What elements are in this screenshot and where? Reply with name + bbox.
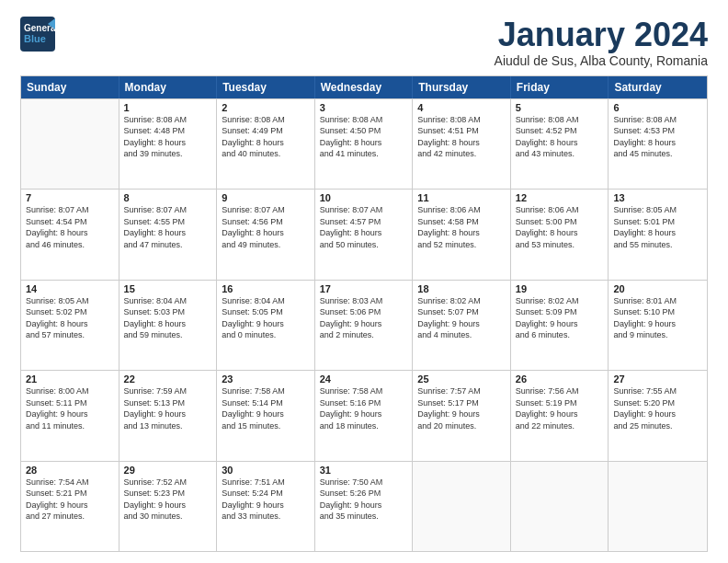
day-info: Sunrise: 7:50 AMSunset: 5:26 PMDaylight:… — [320, 477, 408, 523]
day-cell-10: 10Sunrise: 8:07 AMSunset: 4:57 PMDayligh… — [315, 190, 414, 279]
day-cell-27: 27Sunrise: 7:55 AMSunset: 5:20 PMDayligh… — [609, 371, 707, 460]
day-info: Sunrise: 8:02 AMSunset: 5:07 PMDaylight:… — [417, 295, 506, 341]
header: General Blue January 2024 Aiudul de Sus,… — [20, 17, 708, 68]
day-info: Sunrise: 7:58 AMSunset: 5:14 PMDaylight:… — [222, 385, 310, 431]
day-info: Sunrise: 8:08 AMSunset: 4:50 PMDaylight:… — [320, 114, 408, 160]
day-number: 13 — [613, 192, 702, 203]
day-number: 19 — [516, 283, 604, 294]
calendar-week-5: 28Sunrise: 7:54 AMSunset: 5:21 PMDayligh… — [21, 461, 707, 551]
day-cell-15: 15Sunrise: 8:04 AMSunset: 5:03 PMDayligh… — [119, 281, 218, 370]
day-info: Sunrise: 8:05 AMSunset: 5:01 PMDaylight:… — [613, 204, 702, 250]
day-cell-21: 21Sunrise: 8:00 AMSunset: 5:11 PMDayligh… — [21, 371, 119, 460]
calendar-week-2: 7Sunrise: 8:07 AMSunset: 4:54 PMDaylight… — [21, 189, 707, 279]
day-cell-31: 31Sunrise: 7:50 AMSunset: 5:26 PMDayligh… — [315, 462, 414, 551]
empty-cell — [511, 462, 609, 551]
day-cell-24: 24Sunrise: 7:58 AMSunset: 5:16 PMDayligh… — [315, 371, 414, 460]
day-cell-17: 17Sunrise: 8:03 AMSunset: 5:06 PMDayligh… — [315, 281, 414, 370]
day-cell-20: 20Sunrise: 8:01 AMSunset: 5:10 PMDayligh… — [609, 281, 707, 370]
month-title: January 2024 — [495, 17, 708, 53]
day-number: 30 — [222, 465, 310, 476]
day-number: 3 — [320, 102, 408, 113]
day-number: 18 — [417, 283, 506, 294]
day-info: Sunrise: 8:04 AMSunset: 5:05 PMDaylight:… — [222, 295, 310, 341]
day-info: Sunrise: 8:07 AMSunset: 4:57 PMDaylight:… — [320, 204, 408, 250]
day-cell-22: 22Sunrise: 7:59 AMSunset: 5:13 PMDayligh… — [119, 371, 218, 460]
day-number: 31 — [320, 465, 408, 476]
day-info: Sunrise: 8:03 AMSunset: 5:06 PMDaylight:… — [320, 295, 408, 341]
day-number: 6 — [613, 102, 702, 113]
day-cell-4: 4Sunrise: 8:08 AMSunset: 4:51 PMDaylight… — [413, 99, 511, 189]
page: General Blue January 2024 Aiudul de Sus,… — [0, 0, 728, 563]
day-number: 25 — [417, 373, 506, 385]
calendar-header: SundayMondayTuesdayWednesdayThursdayFrid… — [21, 76, 707, 98]
day-number: 10 — [320, 192, 408, 203]
day-cell-7: 7Sunrise: 8:07 AMSunset: 4:54 PMDaylight… — [21, 190, 119, 279]
day-number: 29 — [124, 465, 212, 476]
calendar: SundayMondayTuesdayWednesdayThursdayFrid… — [20, 75, 708, 552]
day-cell-6: 6Sunrise: 8:08 AMSunset: 4:53 PMDaylight… — [609, 99, 707, 189]
day-info: Sunrise: 7:57 AMSunset: 5:17 PMDaylight:… — [417, 385, 506, 431]
day-cell-29: 29Sunrise: 7:52 AMSunset: 5:23 PMDayligh… — [119, 462, 218, 551]
day-header-monday: Monday — [119, 76, 218, 98]
day-cell-26: 26Sunrise: 7:56 AMSunset: 5:19 PMDayligh… — [511, 371, 609, 460]
day-cell-11: 11Sunrise: 8:06 AMSunset: 4:58 PMDayligh… — [413, 190, 511, 279]
day-cell-8: 8Sunrise: 8:07 AMSunset: 4:55 PMDaylight… — [119, 190, 218, 279]
day-info: Sunrise: 8:06 AMSunset: 5:00 PMDaylight:… — [516, 204, 604, 250]
day-cell-25: 25Sunrise: 7:57 AMSunset: 5:17 PMDayligh… — [413, 371, 511, 460]
day-cell-3: 3Sunrise: 8:08 AMSunset: 4:50 PMDaylight… — [315, 99, 414, 189]
day-cell-1: 1Sunrise: 8:08 AMSunset: 4:48 PMDaylight… — [119, 99, 218, 189]
day-number: 1 — [124, 102, 212, 113]
day-number: 23 — [222, 373, 310, 385]
day-info: Sunrise: 7:56 AMSunset: 5:19 PMDaylight:… — [516, 385, 604, 431]
day-info: Sunrise: 8:08 AMSunset: 4:51 PMDaylight:… — [417, 114, 506, 160]
day-number: 20 — [613, 283, 702, 294]
day-number: 26 — [516, 373, 604, 385]
day-cell-28: 28Sunrise: 7:54 AMSunset: 5:21 PMDayligh… — [21, 462, 119, 551]
day-info: Sunrise: 7:55 AMSunset: 5:20 PMDaylight:… — [613, 385, 702, 431]
day-cell-19: 19Sunrise: 8:02 AMSunset: 5:09 PMDayligh… — [511, 281, 609, 370]
day-cell-16: 16Sunrise: 8:04 AMSunset: 5:05 PMDayligh… — [217, 281, 315, 370]
day-info: Sunrise: 7:59 AMSunset: 5:13 PMDaylight:… — [124, 385, 212, 431]
day-header-wednesday: Wednesday — [315, 76, 414, 98]
logo: General Blue — [20, 17, 58, 55]
day-info: Sunrise: 8:08 AMSunset: 4:48 PMDaylight:… — [124, 114, 212, 160]
calendar-body: 1Sunrise: 8:08 AMSunset: 4:48 PMDaylight… — [21, 98, 707, 551]
day-header-tuesday: Tuesday — [217, 76, 315, 98]
day-info: Sunrise: 8:06 AMSunset: 4:58 PMDaylight:… — [417, 204, 506, 250]
empty-cell — [609, 462, 707, 551]
day-header-thursday: Thursday — [413, 76, 511, 98]
day-number: 17 — [320, 283, 408, 294]
day-cell-18: 18Sunrise: 8:02 AMSunset: 5:07 PMDayligh… — [413, 281, 511, 370]
title-block: January 2024 Aiudul de Sus, Alba County,… — [495, 17, 708, 68]
empty-cell — [413, 462, 511, 551]
day-cell-12: 12Sunrise: 8:06 AMSunset: 5:00 PMDayligh… — [511, 190, 609, 279]
day-info: Sunrise: 8:08 AMSunset: 4:49 PMDaylight:… — [222, 114, 310, 160]
day-info: Sunrise: 7:54 AMSunset: 5:21 PMDaylight:… — [26, 477, 114, 523]
day-info: Sunrise: 8:05 AMSunset: 5:02 PMDaylight:… — [26, 295, 114, 341]
day-header-saturday: Saturday — [609, 76, 707, 98]
day-info: Sunrise: 8:04 AMSunset: 5:03 PMDaylight:… — [124, 295, 212, 341]
subtitle: Aiudul de Sus, Alba County, Romania — [495, 53, 708, 68]
day-number: 27 — [613, 373, 702, 385]
calendar-week-4: 21Sunrise: 8:00 AMSunset: 5:11 PMDayligh… — [21, 370, 707, 460]
day-number: 11 — [417, 192, 506, 203]
logo-icon: General Blue — [20, 17, 55, 52]
day-info: Sunrise: 7:51 AMSunset: 5:24 PMDaylight:… — [222, 477, 310, 523]
calendar-week-3: 14Sunrise: 8:05 AMSunset: 5:02 PMDayligh… — [21, 280, 707, 370]
day-number: 22 — [124, 373, 212, 385]
day-info: Sunrise: 8:07 AMSunset: 4:54 PMDaylight:… — [26, 204, 114, 250]
calendar-week-1: 1Sunrise: 8:08 AMSunset: 4:48 PMDaylight… — [21, 98, 707, 189]
day-number: 8 — [124, 192, 212, 203]
empty-cell — [21, 99, 119, 189]
day-number: 15 — [124, 283, 212, 294]
day-number: 4 — [417, 102, 506, 113]
day-info: Sunrise: 8:02 AMSunset: 5:09 PMDaylight:… — [516, 295, 604, 341]
day-number: 21 — [26, 373, 114, 385]
day-number: 24 — [320, 373, 408, 385]
day-cell-30: 30Sunrise: 7:51 AMSunset: 5:24 PMDayligh… — [217, 462, 315, 551]
day-cell-9: 9Sunrise: 8:07 AMSunset: 4:56 PMDaylight… — [217, 190, 315, 279]
day-info: Sunrise: 8:07 AMSunset: 4:55 PMDaylight:… — [124, 204, 212, 250]
day-number: 16 — [222, 283, 310, 294]
svg-text:Blue: Blue — [24, 33, 46, 44]
day-info: Sunrise: 7:52 AMSunset: 5:23 PMDaylight:… — [124, 477, 212, 523]
